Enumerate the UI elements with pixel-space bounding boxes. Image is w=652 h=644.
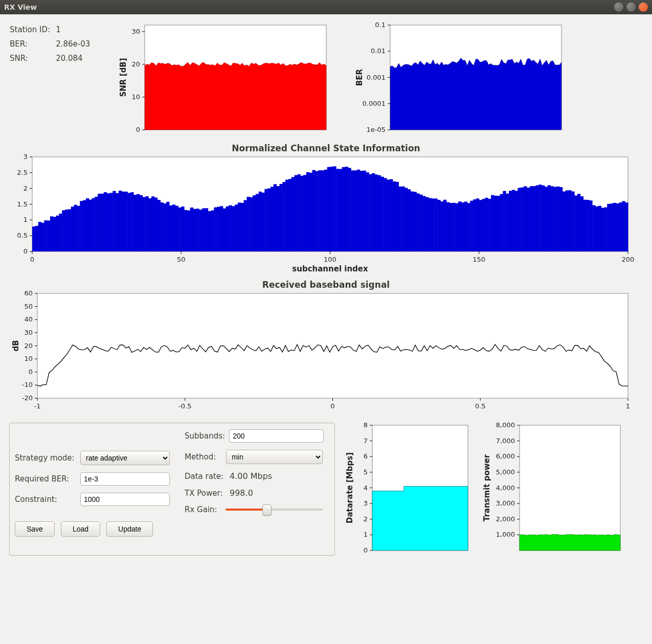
svg-text:150: 150	[473, 256, 485, 263]
svg-text:0: 0	[30, 256, 34, 263]
svg-rect-168	[387, 179, 390, 251]
svg-rect-52	[41, 223, 44, 251]
station-id-label: Station ID:	[9, 22, 55, 37]
svg-rect-105	[199, 210, 202, 251]
svg-text:subchannel index: subchannel index	[292, 264, 368, 273]
svg-rect-178	[416, 193, 419, 251]
svg-rect-161	[366, 172, 369, 251]
svg-rect-156	[351, 170, 354, 251]
svg-rect-71	[98, 194, 101, 251]
svg-rect-110	[214, 208, 217, 251]
minimize-icon[interactable]	[614, 3, 623, 12]
rxgain-label: Rx Gain:	[185, 505, 221, 514]
svg-rect-191	[455, 203, 458, 251]
svg-rect-114	[226, 206, 229, 251]
svg-rect-58	[59, 214, 62, 251]
svg-rect-62	[71, 206, 74, 251]
subbands-input[interactable]	[229, 429, 324, 443]
svg-rect-187	[443, 200, 446, 251]
svg-rect-130	[274, 184, 277, 251]
maximize-icon[interactable]	[626, 3, 636, 12]
svg-rect-117	[235, 204, 238, 251]
svg-rect-197	[473, 199, 476, 251]
svg-rect-57	[56, 216, 59, 251]
svg-text:0.5: 0.5	[475, 402, 486, 410]
rxgain-slider[interactable]	[226, 505, 323, 514]
svg-rect-173	[401, 187, 404, 251]
svg-rect-82	[130, 192, 133, 251]
svg-rect-165	[378, 175, 381, 251]
update-button[interactable]: Update	[106, 521, 153, 537]
svg-rect-169	[390, 179, 393, 251]
svg-rect-148	[327, 167, 330, 251]
controls-frame: Strategy mode: rate adaptive Required BE…	[9, 423, 335, 556]
svg-rect-121	[246, 197, 250, 251]
baseband-chart: -20-100102030405060-1-0.500.51dB	[9, 291, 633, 413]
svg-rect-238	[595, 206, 598, 251]
svg-text:Transmit power: Transmit power	[482, 454, 491, 521]
svg-rect-222	[548, 185, 551, 251]
svg-rect-95	[169, 205, 172, 251]
svg-rect-163	[372, 173, 375, 251]
svg-rect-202	[488, 199, 491, 251]
svg-rect-188	[446, 202, 449, 251]
save-button[interactable]: Save	[15, 521, 55, 537]
svg-rect-93	[163, 203, 166, 251]
svg-rect-119	[241, 203, 244, 251]
svg-rect-97	[175, 206, 178, 251]
method-select[interactable]: min	[226, 450, 323, 464]
svg-marker-318	[520, 534, 620, 550]
svg-rect-196	[470, 201, 473, 251]
svg-rect-83	[133, 195, 137, 251]
svg-rect-152	[339, 169, 342, 251]
svg-rect-128	[267, 189, 271, 251]
svg-text:1: 1	[364, 531, 368, 538]
svg-rect-167	[384, 178, 387, 251]
svg-rect-138	[297, 174, 300, 251]
strategy-mode-select[interactable]: rate adaptive	[80, 451, 170, 465]
svg-rect-53	[44, 220, 47, 251]
svg-text:50: 50	[24, 303, 33, 310]
datarate-chart: 012345678Datarate [Mbps]	[344, 423, 472, 556]
svg-text:3: 3	[24, 153, 28, 160]
svg-rect-85	[140, 195, 143, 251]
svg-rect-96	[172, 204, 175, 251]
svg-rect-65	[80, 201, 83, 251]
svg-rect-79	[122, 192, 125, 251]
svg-text:40: 40	[24, 315, 33, 323]
txpower-value: 998.0	[230, 488, 253, 498]
svg-text:Datarate [Mbps]: Datarate [Mbps]	[345, 452, 354, 523]
svg-text:0.5: 0.5	[17, 232, 28, 239]
constraint-input[interactable]	[80, 493, 170, 506]
svg-rect-131	[277, 186, 280, 251]
datarate-value: 4.00 Mbps	[230, 471, 272, 481]
svg-rect-192	[458, 201, 461, 251]
svg-rect-143	[312, 170, 316, 251]
svg-rect-103	[193, 209, 196, 251]
svg-text:0: 0	[136, 126, 140, 133]
svg-rect-204	[494, 196, 497, 251]
svg-rect-244	[613, 203, 616, 251]
svg-rect-206	[500, 194, 503, 251]
strategy-mode-label: Strategy mode:	[15, 453, 76, 463]
svg-rect-59	[62, 210, 65, 251]
svg-rect-139	[300, 176, 303, 251]
svg-text:-1: -1	[34, 402, 41, 410]
svg-rect-201	[485, 198, 488, 251]
svg-text:60: 60	[24, 289, 33, 297]
svg-rect-78	[119, 191, 122, 251]
svg-rect-234	[583, 200, 587, 251]
svg-rect-228	[566, 191, 569, 251]
load-button[interactable]: Load	[61, 521, 100, 537]
svg-rect-210	[512, 190, 515, 251]
svg-rect-247	[622, 201, 625, 251]
required-ber-input[interactable]	[80, 472, 170, 486]
close-icon[interactable]	[639, 3, 648, 12]
svg-rect-80	[125, 192, 128, 251]
svg-text:2: 2	[24, 185, 28, 192]
svg-rect-132	[279, 184, 282, 251]
snr-chart: 0102030SNR [dB]	[117, 22, 331, 140]
svg-text:1e-05: 1e-05	[366, 126, 386, 133]
svg-rect-102	[190, 208, 193, 251]
svg-rect-177	[414, 192, 417, 251]
